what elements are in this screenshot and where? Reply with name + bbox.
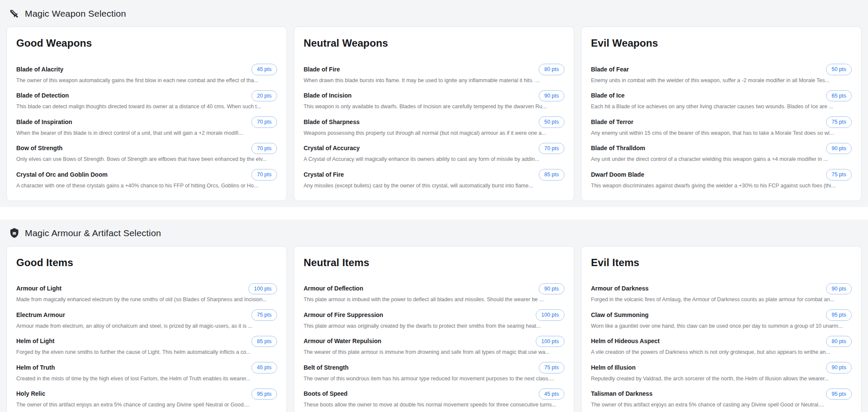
section-magic-armour-artifact-selection: Magic Armour & Artifact Selection Good I…	[0, 219, 868, 412]
points-badge: 75 pts	[251, 309, 277, 321]
list-item[interactable]: Helm of Hideous Aspect 80 pts A vile cre…	[591, 336, 852, 356]
item-description: This weapon is only available to dwarfs.…	[304, 103, 564, 110]
list-item[interactable]: Blade of Ice 65 pts Each hit a Blade of …	[591, 90, 852, 111]
item-description: The owner of this artifact enjoys an ext…	[16, 401, 277, 409]
item-name: Blade of Detection	[16, 91, 69, 100]
item-description: Worn like a gauntlet over one hand, this…	[591, 322, 852, 330]
points-badge: 100 pts	[536, 309, 564, 321]
list-item[interactable]: Crystal of Orc and Goblin Doom 70 pts A …	[16, 169, 277, 190]
item-name: Blade of Fire	[304, 65, 340, 74]
item-list: Armour of Darkness 90 pts Forged in the …	[591, 283, 852, 409]
sword-icon	[9, 9, 20, 19]
category-title: Neutral Weapons	[304, 36, 564, 50]
list-item[interactable]: Armour of Water Repulsion 100 pts The we…	[304, 336, 564, 356]
points-badge: 45 pts	[251, 362, 277, 373]
item-name: Helm of Light	[16, 337, 54, 346]
item-description: This weapon discriminates against dwarfs…	[591, 182, 852, 190]
list-item[interactable]: Blade of Sharpness 50 pts Weapons posses…	[304, 116, 564, 137]
item-name: Blade of Sharpness	[304, 118, 360, 127]
item-header: Blade of Thralldom 90 pts	[591, 143, 852, 154]
list-item[interactable]: Blade of Thralldom 90 pts Any unit under…	[591, 143, 852, 163]
list-item[interactable]: Helm of Truth 45 pts Created in the mist…	[16, 362, 277, 382]
item-list: Blade of Alacrity 45 pts The owner of th…	[16, 64, 277, 190]
item-list: Armour of Deflection 90 pts This plate a…	[304, 283, 564, 409]
list-item[interactable]: Bow of Strength 70 pts Only elves can us…	[16, 143, 277, 163]
list-item[interactable]: Blade of Detection 20 pts This blade can…	[16, 90, 277, 111]
item-name: Blade of Inspiration	[16, 118, 72, 127]
points-badge: 70 pts	[251, 169, 277, 181]
category-card: Good Items Armour of Light 100 pts Made …	[6, 246, 287, 412]
list-item[interactable]: Blade of Incision 90 pts This weapon is …	[304, 90, 564, 111]
list-item[interactable]: Crystal of Accuracy 70 pts A Crystal of …	[304, 143, 564, 163]
list-item[interactable]: Holy Relic 95 pts The owner of this arti…	[16, 388, 277, 409]
item-name: Armour of Fire Suppression	[304, 311, 383, 320]
item-description: The owner of this artifact enjoys an ext…	[591, 401, 852, 409]
item-header: Helm of Truth 45 pts	[16, 362, 277, 373]
list-item[interactable]: Crystal of Fire 85 pts Any missiles (exc…	[304, 169, 564, 190]
list-item[interactable]: Dwarf Doom Blade 75 pts This weapon disc…	[591, 169, 852, 190]
points-badge: 80 pts	[826, 336, 852, 347]
list-item[interactable]: Armour of Light 100 pts Made from magica…	[16, 283, 277, 304]
points-badge: 100 pts	[536, 336, 564, 347]
category-title: Good Weapons	[16, 36, 277, 50]
list-item[interactable]: Armour of Darkness 90 pts Forged in the …	[591, 283, 852, 304]
item-header: Blade of Fire 80 pts	[304, 64, 564, 75]
category-card: Evil Weapons Blade of Fear 50 pts Enemy …	[581, 27, 862, 201]
points-badge: 90 pts	[826, 362, 852, 373]
points-badge: 95 pts	[826, 388, 852, 400]
item-name: Blade of Thralldom	[591, 144, 645, 153]
item-description: Created in the mists of time by the high…	[16, 375, 277, 382]
list-item[interactable]: Boots of Speed 45 pts These boots allow …	[304, 388, 564, 409]
list-item[interactable]: Belt of Strength 75 pts The owner of thi…	[304, 362, 564, 382]
item-description: Weapons possessing this property cut thr…	[304, 129, 564, 137]
points-badge: 90 pts	[539, 283, 564, 295]
points-badge: 65 pts	[826, 90, 852, 102]
item-name: Blade of Ice	[591, 91, 625, 100]
item-header: Holy Relic 95 pts	[16, 388, 277, 400]
item-description: A character with one of these crystals g…	[16, 182, 277, 190]
item-description: This blade can detect malign thoughts di…	[16, 103, 277, 110]
points-badge: 20 pts	[251, 90, 277, 102]
item-header: Crystal of Accuracy 70 pts	[304, 143, 564, 154]
points-badge: 50 pts	[539, 116, 564, 128]
points-badge: 75 pts	[539, 362, 564, 373]
item-description: Only elves can use Bows of Strength. Bow…	[16, 155, 277, 163]
list-item[interactable]: Blade of Fire 80 pts When drawn this bla…	[304, 64, 564, 84]
item-description: These boots allow the owner to move at d…	[304, 401, 564, 409]
item-header: Helm of Light 85 pts	[16, 336, 277, 347]
item-name: Dwarf Doom Blade	[591, 170, 644, 179]
item-header: Armour of Fire Suppression 100 pts	[304, 309, 564, 321]
item-list: Blade of Fear 50 pts Enemy units in comb…	[591, 64, 852, 190]
list-item[interactable]: Blade of Alacrity 45 pts The owner of th…	[16, 64, 277, 84]
item-name: Crystal of Orc and Goblin Doom	[16, 170, 107, 179]
item-name: Belt of Strength	[304, 363, 349, 372]
item-description: Forged by the elven rune smiths to furth…	[16, 348, 277, 356]
category-title: Evil Items	[591, 256, 852, 270]
list-item[interactable]: Claw of Summoning 95 pts Worn like a gau…	[591, 309, 852, 330]
list-item[interactable]: Electrum Armour 75 pts Armour made from …	[16, 309, 277, 330]
list-item[interactable]: Blade of Fear 50 pts Enemy units in comb…	[591, 64, 852, 84]
item-header: Blade of Incision 90 pts	[304, 90, 564, 102]
item-header: Talisman of Darkness 95 pts	[591, 388, 852, 400]
item-header: Claw of Summoning 95 pts	[591, 309, 852, 321]
item-header: Blade of Sharpness 50 pts	[304, 116, 564, 128]
section-title: Magic Weapon Selection	[25, 9, 126, 19]
list-item[interactable]: Armour of Deflection 90 pts This plate a…	[304, 283, 564, 304]
page: Magic Weapon Selection Good Weapons Blad…	[0, 0, 868, 412]
points-badge: 90 pts	[826, 143, 852, 154]
list-item[interactable]: Talisman of Darkness 95 pts The owner of…	[591, 388, 852, 409]
list-item[interactable]: Blade of Inspiration 70 pts When the bea…	[16, 116, 277, 137]
points-badge: 95 pts	[251, 388, 277, 400]
item-description: Reputedly created by Valdrad, the arch s…	[591, 375, 852, 382]
item-header: Dwarf Doom Blade 75 pts	[591, 169, 852, 181]
points-badge: 95 pts	[826, 309, 852, 321]
item-description: Enemy units in combat with the wielder o…	[591, 77, 852, 84]
item-header: Blade of Alacrity 45 pts	[16, 64, 277, 75]
shield-crown-icon	[9, 228, 20, 238]
points-badge: 100 pts	[248, 283, 277, 295]
points-badge: 50 pts	[826, 64, 852, 75]
list-item[interactable]: Blade of Terror 75 pts Any enemy unit wi…	[591, 116, 852, 137]
list-item[interactable]: Helm of Light 85 pts Forged by the elven…	[16, 336, 277, 356]
list-item[interactable]: Helm of Illusion 90 pts Reputedly create…	[591, 362, 852, 382]
list-item[interactable]: Armour of Fire Suppression 100 pts This …	[304, 309, 564, 330]
